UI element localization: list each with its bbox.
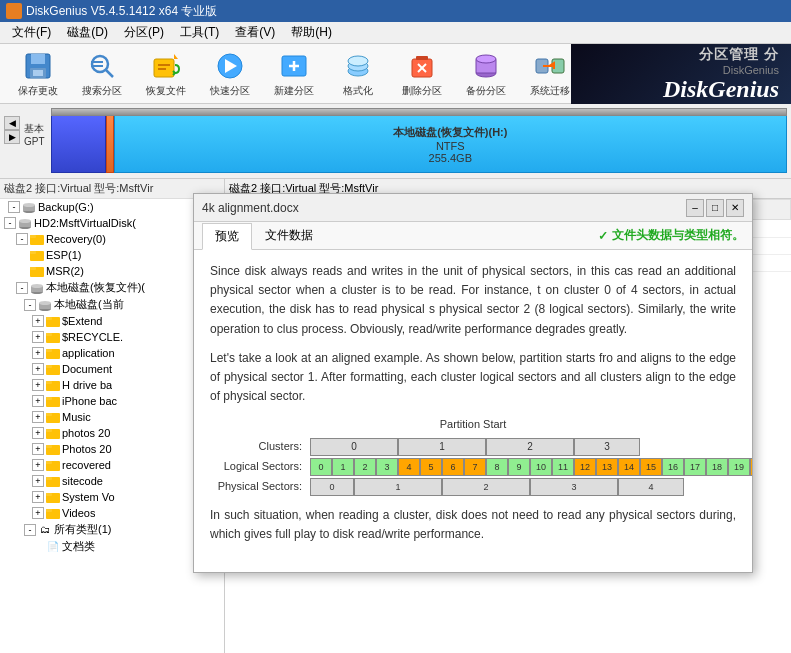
pd-cluster-0: 0 [310, 438, 398, 456]
logical-cell-7: 7 [464, 458, 486, 476]
float-tab-bar: 预览 文件数据 ✓ 文件头数据与类型相符。 [194, 222, 752, 250]
tree-toggle-application[interactable]: + [32, 347, 44, 359]
float-maximize-button[interactable]: □ [706, 199, 724, 217]
search-partition-button[interactable]: 搜索分区 [72, 48, 132, 100]
pd-clusters-row: Clusters: 0 1 2 3 [210, 438, 736, 456]
tree-item-photos20b[interactable]: +Photos 20 [0, 441, 224, 457]
menu-file[interactable]: 文件(F) [4, 22, 59, 43]
main-seg-size: 255.4GB [429, 152, 472, 164]
format-button[interactable]: 格式化 [328, 48, 388, 100]
float-status: ✓ 文件头数据与类型相符。 [598, 227, 744, 244]
tree-item-esp[interactable]: ESP(1) [0, 247, 224, 263]
tree-toggle-recovery[interactable]: - [16, 233, 28, 245]
tree-item-photos20a[interactable]: +photos 20 [0, 425, 224, 441]
tree-item-extend[interactable]: +$Extend [0, 313, 224, 329]
tree-toggle-extend[interactable]: + [32, 315, 44, 327]
tree-item-alltypes[interactable]: -🗂所有类型(1) [0, 521, 224, 538]
pd-logical-label: Logical Sectors: [210, 458, 310, 476]
tree-label-backup: Backup(G:) [38, 201, 94, 213]
tree-toggle-sitecode[interactable]: + [32, 475, 44, 487]
svg-rect-69 [46, 477, 52, 480]
tree-toggle-hd2[interactable]: - [4, 217, 16, 229]
tree-label-photos20a: photos 20 [62, 427, 110, 439]
tree-toggle-local[interactable]: - [16, 282, 28, 294]
tree-item-sitecode[interactable]: +sitecode [0, 473, 224, 489]
float-title-bar: 4k alignment.docx – □ ✕ [194, 194, 752, 222]
tree-item-videos[interactable]: +Videos [0, 505, 224, 521]
svg-rect-10 [158, 64, 170, 66]
tree-toggle-iphone[interactable]: + [32, 395, 44, 407]
tree-toggle-local-current[interactable]: - [24, 299, 36, 311]
tree-icon-iphone [46, 394, 60, 408]
tree-item-local-current[interactable]: -本地磁盘(当前 [0, 296, 224, 313]
tree-toggle-recycle[interactable]: + [32, 331, 44, 343]
tree-label-photos20b: Photos 20 [62, 443, 112, 455]
tree-toggle-hdrive[interactable]: + [32, 379, 44, 391]
tree-item-iphone[interactable]: +iPhone bac [0, 393, 224, 409]
tree-toggle-alltypes[interactable]: - [24, 524, 36, 536]
disk-seg-main[interactable]: 本地磁盘(恢复文件)(H:) NTFS 255.4GB [114, 116, 787, 173]
tree-toggle-recovered[interactable]: + [32, 459, 44, 471]
float-minimize-button[interactable]: – [686, 199, 704, 217]
tree-icon-photos20a [46, 426, 60, 440]
quick-partition-button[interactable]: 快速分区 [200, 48, 260, 100]
tree-toggle-photos20b[interactable]: + [32, 443, 44, 455]
sidebar-header: 磁盘2 接口:Virtual 型号:MsftVir [0, 179, 224, 199]
tree-item-systemvol[interactable]: +System Vo [0, 489, 224, 505]
float-close-button[interactable]: ✕ [726, 199, 744, 217]
format-icon [342, 50, 374, 82]
diagram-title: Partition Start [210, 416, 736, 434]
svg-rect-73 [46, 509, 52, 512]
tree-item-msr[interactable]: MSR(2) [0, 263, 224, 279]
physical-cell-3: 3 [530, 478, 618, 496]
backup-partition-button[interactable]: 备份分区 [456, 48, 516, 100]
content-para3: In such situation, when reading a cluste… [210, 506, 736, 544]
menu-partition[interactable]: 分区(P) [116, 22, 172, 43]
save-changes-button[interactable]: 保存更改 [8, 48, 68, 100]
tree-item-hdrive[interactable]: +H drive ba [0, 377, 224, 393]
menu-help[interactable]: 帮助(H) [283, 22, 340, 43]
tab-file-data[interactable]: 文件数据 [252, 222, 326, 249]
menu-disk[interactable]: 磁盘(D) [59, 22, 116, 43]
new-partition-button[interactable]: 新建分区 [264, 48, 324, 100]
nav-next[interactable]: ▶ [4, 130, 20, 144]
logical-cell-2: 2 [354, 458, 376, 476]
tree-toggle-documents[interactable]: + [32, 363, 44, 375]
svg-point-26 [476, 55, 496, 63]
tree-item-local[interactable]: -本地磁盘(恢复文件)( [0, 279, 224, 296]
tree-toggle-photos20a[interactable]: + [32, 427, 44, 439]
disk-seg-orange[interactable] [106, 116, 114, 173]
tree-item-music[interactable]: +Music [0, 409, 224, 425]
recover-files-button[interactable]: 恢复文件 [136, 48, 196, 100]
save-changes-label: 保存更改 [18, 84, 58, 98]
svg-marker-9 [174, 54, 178, 59]
tree-icon-recovery [30, 232, 44, 246]
nav-prev[interactable]: ◀ [4, 116, 20, 130]
tree-toggle-videos[interactable]: + [32, 507, 44, 519]
tree-item-backup[interactable]: -Backup(G:) [0, 199, 224, 215]
tree-item-doctype[interactable]: 📄文档类 [0, 538, 224, 555]
tree-label-hdrive: H drive ba [62, 379, 112, 391]
tree-toggle-music[interactable]: + [32, 411, 44, 423]
logo-tagline: 分区管理 分 [699, 46, 779, 64]
tree-item-documents[interactable]: +Document [0, 361, 224, 377]
tree-icon-alltypes: 🗂 [38, 523, 52, 537]
logical-cell-10: 10 [530, 458, 552, 476]
tree-icon-msr [30, 264, 44, 278]
tree-icon-hdrive [46, 378, 60, 392]
svg-point-44 [31, 284, 43, 288]
disk-seg-blue1[interactable] [51, 116, 106, 173]
menu-view[interactable]: 查看(V) [227, 22, 283, 43]
tab-preview[interactable]: 预览 [202, 223, 252, 250]
tree-item-application[interactable]: +application [0, 345, 224, 361]
logical-cell-9: 9 [508, 458, 530, 476]
menu-tools[interactable]: 工具(T) [172, 22, 227, 43]
logical-cell-4: 4 [398, 458, 420, 476]
tree-toggle-backup[interactable]: - [8, 201, 20, 213]
tree-item-recycle[interactable]: +$RECYCLE. [0, 329, 224, 345]
tree-toggle-systemvol[interactable]: + [32, 491, 44, 503]
delete-partition-button[interactable]: 删除分区 [392, 48, 452, 100]
tree-item-hd2[interactable]: -HD2:MsftVirtualDisk( [0, 215, 224, 231]
tree-item-recovered[interactable]: +recovered [0, 457, 224, 473]
tree-item-recovery[interactable]: -Recovery(0) [0, 231, 224, 247]
